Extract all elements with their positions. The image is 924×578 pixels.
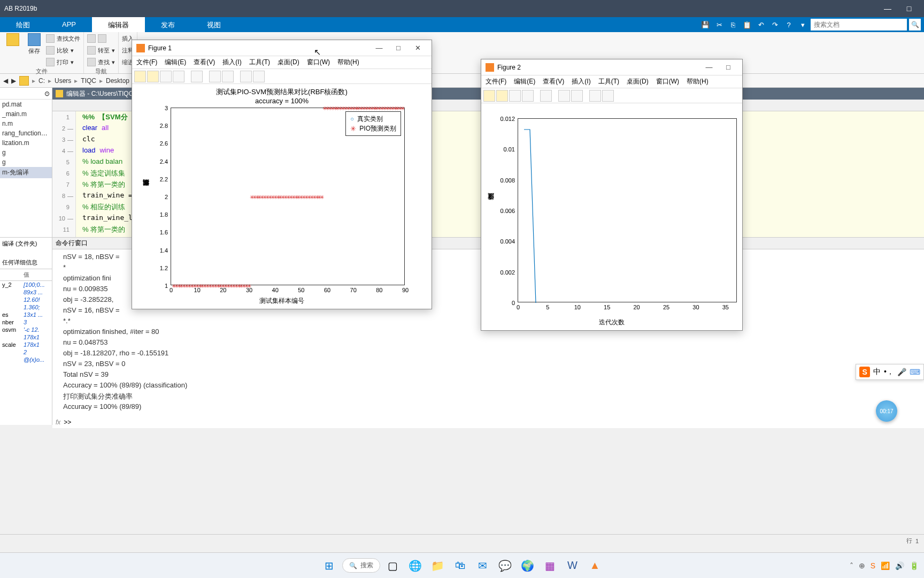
- breadcrumb[interactable]: Desktop: [106, 77, 129, 85]
- link-icon[interactable]: [540, 90, 552, 102]
- mail-icon[interactable]: ✉: [473, 556, 492, 575]
- save-icon[interactable]: 💾: [699, 19, 711, 31]
- open-icon[interactable]: [147, 71, 159, 82]
- figure-2-window[interactable]: Figure 2 — □ 文件(F) 编辑(E) 查看(V) 插入(I) 工具(…: [481, 59, 743, 331]
- wechat-icon[interactable]: 💬: [496, 556, 515, 575]
- tab-publish[interactable]: 发布: [145, 17, 191, 32]
- figure-1-titlebar[interactable]: Figure 1 — □ ✕: [132, 40, 432, 56]
- file-item[interactable]: lization.m: [0, 138, 52, 148]
- device-icon[interactable]: [209, 71, 221, 82]
- new-figure-icon[interactable]: [134, 71, 146, 82]
- command-prompt[interactable]: fx >>: [52, 416, 924, 428]
- figure-1-axes[interactable]: 测试集PIO-SVM预测结果对比(RBF核函数) accuracy = 100%…: [132, 84, 432, 309]
- workspace-row[interactable]: scale178x1: [0, 341, 52, 348]
- nav-back-button[interactable]: [87, 33, 115, 44]
- volume-icon[interactable]: 🔊: [895, 561, 904, 570]
- breadcrumb[interactable]: C:: [38, 77, 45, 85]
- figure-1-window[interactable]: Figure 1 — □ ✕ 文件(F) 编辑(E) 查看(V) 插入(I) 工…: [132, 40, 432, 309]
- sogou-logo-icon[interactable]: S: [859, 367, 870, 377]
- save-button[interactable]: 保存: [25, 33, 44, 67]
- breadcrumb[interactable]: Users: [55, 77, 71, 85]
- help-icon[interactable]: ?: [783, 19, 795, 31]
- word-icon[interactable]: W: [563, 556, 582, 575]
- system-tray[interactable]: ˄ ⊕ S 📶 🔊 🔋: [850, 561, 919, 570]
- ime-lang[interactable]: 中: [873, 367, 881, 377]
- maximize-button[interactable]: □: [389, 44, 408, 52]
- menu-desktop[interactable]: 桌面(D): [627, 77, 649, 86]
- figure-2-axes[interactable]: 00.0020.0040.0060.0080.010.0120510152025…: [481, 103, 742, 330]
- minimize-button[interactable]: —: [877, 4, 898, 13]
- back-icon[interactable]: ◀: [3, 77, 8, 85]
- workspace-row[interactable]: y_2[100;0...: [0, 281, 52, 288]
- redo-icon[interactable]: ↷: [769, 19, 781, 31]
- explorer-icon[interactable]: 📁: [428, 556, 448, 575]
- breadcrumb[interactable]: TIQC: [81, 77, 96, 85]
- maximize-button[interactable]: □: [898, 4, 920, 13]
- ime-toolbar[interactable]: S 中 •， 🎤 ⌨: [856, 364, 924, 380]
- start-button[interactable]: ⊞: [320, 556, 339, 575]
- menu-insert[interactable]: 插入(I): [572, 77, 590, 86]
- tab-editor[interactable]: 编辑器: [92, 17, 145, 32]
- store-icon[interactable]: 🛍: [451, 556, 470, 575]
- device-icon[interactable]: [558, 90, 570, 102]
- workspace-row[interactable]: osvm'-c 12.: [0, 326, 52, 333]
- menu-help[interactable]: 帮助(H): [687, 77, 709, 86]
- legend[interactable]: ○真实类别 ✳PIO预测类别: [345, 111, 401, 136]
- menu-edit[interactable]: 编辑(E): [514, 77, 535, 86]
- find-button[interactable]: 查找 ▾: [87, 57, 115, 67]
- menu-desktop[interactable]: 桌面(D): [278, 58, 299, 67]
- figure-2-titlebar[interactable]: Figure 2 — □: [481, 59, 742, 75]
- panel-menu-icon[interactable]: ⊙: [44, 90, 50, 97]
- workspace-row[interactable]: 89x3 ...: [0, 288, 52, 296]
- menu-edit[interactable]: 编辑(E): [165, 58, 186, 67]
- file-item[interactable]: g: [0, 157, 52, 167]
- edge-icon[interactable]: 🌐: [406, 556, 425, 575]
- menu-tools[interactable]: 工具(T): [598, 77, 619, 86]
- undo-icon[interactable]: ↶: [755, 19, 767, 31]
- task-view-button[interactable]: ▢: [383, 556, 403, 575]
- recording-timer[interactable]: 00:17: [876, 400, 897, 422]
- copy-icon[interactable]: ⎘: [727, 19, 739, 31]
- new-button[interactable]: [3, 33, 22, 67]
- browser-icon[interactable]: 🌍: [518, 556, 537, 575]
- file-item[interactable]: rang_function_...: [0, 128, 52, 138]
- print-button[interactable]: 打印 ▾: [46, 57, 80, 67]
- link-icon[interactable]: [191, 71, 203, 82]
- file-item[interactable]: m-免编译: [0, 167, 52, 178]
- close-button[interactable]: ✕: [408, 44, 427, 52]
- taskbar-search[interactable]: 🔍搜索: [342, 558, 380, 573]
- tab-plot[interactable]: 绘图: [0, 17, 46, 32]
- workspace-row[interactable]: @(x)o...: [0, 356, 52, 363]
- workspace-row[interactable]: 2: [0, 348, 52, 356]
- workspace-row[interactable]: es13x1 ...: [0, 311, 52, 318]
- plot-tools-icon[interactable]: [602, 90, 614, 102]
- menu-window[interactable]: 窗口(W): [656, 77, 679, 86]
- minimize-button[interactable]: —: [699, 63, 719, 71]
- workspace-row[interactable]: 12.60!: [0, 296, 52, 303]
- search-icon[interactable]: 🔍: [909, 19, 921, 31]
- workspace-row[interactable]: nber3: [0, 318, 52, 326]
- layout-icon[interactable]: [571, 90, 583, 102]
- minimize-button[interactable]: —: [369, 44, 389, 52]
- goto-button[interactable]: 转至 ▾: [87, 45, 115, 56]
- pointer-icon[interactable]: [589, 90, 601, 102]
- menu-insert[interactable]: 插入(I): [222, 58, 241, 67]
- dropdown-icon[interactable]: ▾: [797, 19, 808, 31]
- open-icon[interactable]: [496, 90, 508, 102]
- menu-view[interactable]: 查看(V): [194, 58, 215, 67]
- pointer-icon[interactable]: [240, 71, 252, 82]
- menu-window[interactable]: 窗口(W): [307, 58, 330, 67]
- app-icon[interactable]: ▦: [541, 556, 560, 575]
- maximize-button[interactable]: □: [719, 63, 738, 71]
- file-item[interactable]: n.m: [0, 119, 52, 128]
- ime-punct-icon[interactable]: •，: [884, 367, 894, 377]
- tab-view[interactable]: 视图: [191, 17, 237, 32]
- menu-view[interactable]: 查看(V): [543, 77, 564, 86]
- workspace-row[interactable]: 178x1: [0, 333, 52, 341]
- battery-icon[interactable]: 🔋: [910, 561, 919, 570]
- keyboard-icon[interactable]: ⌨: [910, 368, 920, 376]
- save-icon[interactable]: [509, 90, 521, 102]
- matlab-icon[interactable]: ▲: [586, 556, 605, 575]
- mic-icon[interactable]: 🎤: [897, 368, 906, 376]
- menu-tools[interactable]: 工具(T): [249, 58, 270, 67]
